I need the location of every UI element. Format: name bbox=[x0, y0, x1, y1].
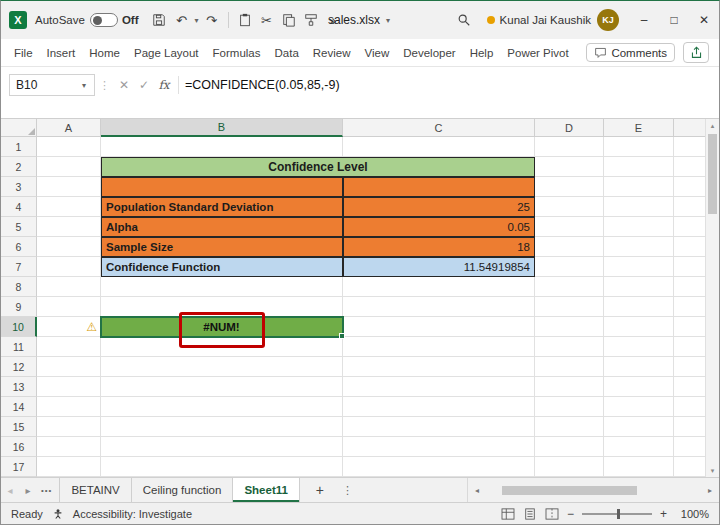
cell[interactable] bbox=[604, 317, 674, 337]
cell-sample-size-value[interactable]: 18 bbox=[343, 237, 535, 257]
cell[interactable] bbox=[604, 157, 674, 177]
cell-B10-active[interactable]: #NUM! bbox=[101, 317, 343, 337]
sheet-nav-right-icon[interactable]: ▸ bbox=[19, 485, 37, 496]
zoom-out-button[interactable]: − bbox=[567, 507, 574, 521]
row-header[interactable]: 7 bbox=[1, 257, 37, 277]
cell-alpha-value[interactable]: 0.05 bbox=[343, 217, 535, 237]
cell[interactable] bbox=[674, 317, 705, 337]
page-break-view-icon[interactable] bbox=[545, 508, 559, 520]
cell[interactable] bbox=[674, 237, 705, 257]
cell[interactable] bbox=[535, 297, 604, 317]
cell[interactable] bbox=[604, 137, 674, 157]
cell[interactable] bbox=[604, 417, 674, 437]
row-header[interactable]: 3 bbox=[1, 177, 37, 197]
cell[interactable] bbox=[674, 417, 705, 437]
cell[interactable] bbox=[37, 457, 101, 477]
cell[interactable] bbox=[37, 397, 101, 417]
col-header-d[interactable]: D bbox=[535, 119, 604, 137]
cell[interactable] bbox=[37, 377, 101, 397]
cell[interactable] bbox=[535, 397, 604, 417]
cell[interactable] bbox=[535, 457, 604, 477]
close-button[interactable]: ✕ bbox=[689, 1, 719, 39]
cell[interactable] bbox=[343, 337, 535, 357]
cell[interactable] bbox=[37, 137, 101, 157]
vertical-scrollbar[interactable]: ▴ ▾ bbox=[705, 119, 719, 477]
tab-home[interactable]: Home bbox=[82, 43, 127, 63]
cell[interactable] bbox=[37, 217, 101, 237]
tab-data[interactable]: Data bbox=[268, 43, 306, 63]
scroll-up-icon[interactable]: ▴ bbox=[711, 119, 715, 132]
cell-B3[interactable] bbox=[101, 177, 343, 197]
cell[interactable] bbox=[101, 437, 343, 457]
user-avatar[interactable]: KJ bbox=[597, 9, 619, 31]
cell[interactable] bbox=[343, 377, 535, 397]
cell[interactable] bbox=[37, 297, 101, 317]
cell[interactable] bbox=[604, 377, 674, 397]
cell[interactable] bbox=[674, 357, 705, 377]
row-header[interactable]: 15 bbox=[1, 417, 37, 437]
zoom-slider-knob[interactable] bbox=[617, 509, 620, 519]
row-header[interactable]: 11 bbox=[1, 337, 37, 357]
cell[interactable] bbox=[674, 177, 705, 197]
cell[interactable] bbox=[101, 337, 343, 357]
name-box[interactable]: B10 ▾ bbox=[9, 74, 95, 96]
error-warning-icon[interactable]: ⚠ bbox=[86, 321, 97, 333]
cell[interactable] bbox=[674, 197, 705, 217]
scroll-down-icon[interactable]: ▾ bbox=[711, 464, 715, 477]
cell[interactable] bbox=[37, 257, 101, 277]
cell[interactable] bbox=[37, 197, 101, 217]
tab-help[interactable]: Help bbox=[463, 43, 501, 63]
tab-file[interactable]: File bbox=[7, 43, 40, 63]
normal-view-icon[interactable] bbox=[501, 508, 515, 520]
cell-A10[interactable]: ⚠ bbox=[37, 317, 101, 337]
cell[interactable] bbox=[535, 137, 604, 157]
tab-page-layout[interactable]: Page Layout bbox=[127, 43, 206, 63]
cell[interactable] bbox=[101, 377, 343, 397]
zoom-slider[interactable] bbox=[582, 513, 652, 515]
cell[interactable] bbox=[604, 397, 674, 417]
insert-function-icon[interactable]: fx bbox=[154, 74, 174, 96]
cell[interactable] bbox=[604, 357, 674, 377]
vertical-scroll-thumb[interactable] bbox=[708, 134, 717, 214]
cell[interactable] bbox=[604, 237, 674, 257]
cell[interactable] bbox=[535, 357, 604, 377]
maximize-button[interactable]: □ bbox=[659, 1, 689, 39]
cell[interactable] bbox=[604, 177, 674, 197]
row-header[interactable]: 17 bbox=[1, 457, 37, 477]
cell[interactable] bbox=[101, 297, 343, 317]
cell[interactable] bbox=[535, 437, 604, 457]
tab-insert[interactable]: Insert bbox=[40, 43, 83, 63]
cell[interactable] bbox=[674, 157, 705, 177]
cell[interactable] bbox=[343, 437, 535, 457]
cell[interactable] bbox=[37, 437, 101, 457]
cell[interactable] bbox=[101, 357, 343, 377]
cell[interactable] bbox=[674, 397, 705, 417]
cell[interactable] bbox=[535, 257, 604, 277]
row-header-10[interactable]: 10 bbox=[1, 317, 37, 337]
document-title[interactable]: sales.xlsx ▾ bbox=[328, 13, 392, 27]
cell[interactable] bbox=[37, 337, 101, 357]
cell[interactable] bbox=[535, 237, 604, 257]
row-header[interactable]: 5 bbox=[1, 217, 37, 237]
row-header[interactable]: 4 bbox=[1, 197, 37, 217]
cell-confidence-function-value[interactable]: 11.54919854 bbox=[343, 257, 535, 277]
cell[interactable] bbox=[674, 277, 705, 297]
share-button[interactable] bbox=[683, 42, 709, 63]
cell[interactable] bbox=[535, 317, 604, 337]
user-name[interactable]: Kunal Jai Kaushik bbox=[500, 14, 591, 26]
autosave-toggle[interactable] bbox=[90, 13, 118, 27]
fill-handle[interactable] bbox=[339, 333, 345, 339]
zoom-level[interactable]: 100% bbox=[675, 508, 709, 520]
cell[interactable] bbox=[535, 377, 604, 397]
cell[interactable] bbox=[604, 197, 674, 217]
cell[interactable] bbox=[343, 297, 535, 317]
undo-dropdown-icon[interactable]: ▾ bbox=[194, 16, 198, 25]
cell[interactable] bbox=[535, 417, 604, 437]
cell-pop-std-dev-value[interactable]: 25 bbox=[343, 197, 535, 217]
format-painter-icon[interactable] bbox=[302, 8, 320, 32]
cell[interactable] bbox=[535, 337, 604, 357]
tab-view[interactable]: View bbox=[358, 43, 397, 63]
select-all-button[interactable] bbox=[1, 119, 37, 137]
cell-pop-std-dev-label[interactable]: Population Standard Deviation bbox=[101, 197, 343, 217]
row-header[interactable]: 8 bbox=[1, 277, 37, 297]
